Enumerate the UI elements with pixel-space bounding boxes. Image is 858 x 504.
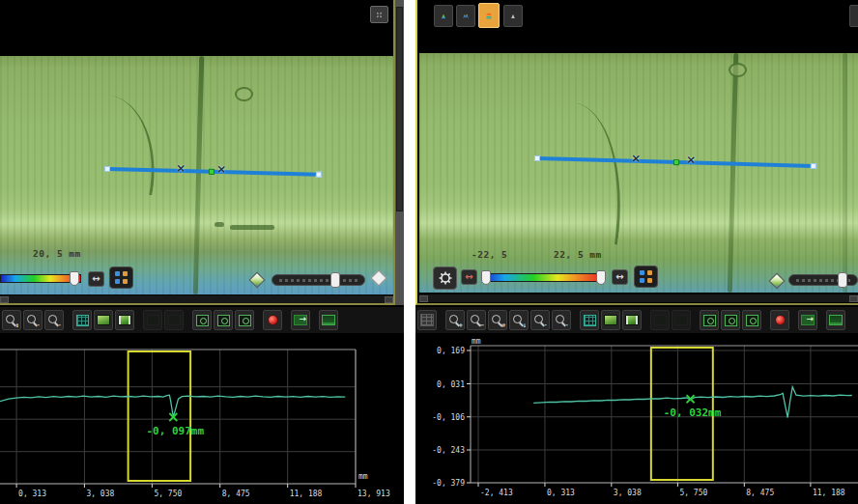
zoom-in-point-icon-glyph — [27, 315, 36, 323]
measure-x-marker[interactable] — [176, 161, 186, 175]
profile-tool-icon[interactable] — [143, 310, 162, 330]
horizontal-scrollbar[interactable] — [419, 294, 858, 302]
image-view-icon[interactable] — [94, 310, 113, 330]
zoom-in-icon-glyph — [449, 315, 458, 323]
capture-screen-icon-glyph — [322, 315, 335, 325]
position-slider-handle[interactable] — [330, 272, 340, 288]
surface-3d-view-icon[interactable] — [434, 5, 453, 27]
zoom-out-icon[interactable]: − — [467, 310, 486, 330]
line-endpoint[interactable] — [534, 155, 540, 161]
layer-compare-icon[interactable] — [478, 3, 500, 28]
measure-x-marker[interactable] — [631, 152, 641, 165]
svg-text:-0, 032mm: -0, 032mm — [664, 406, 722, 419]
zoom-reset-icon[interactable] — [235, 310, 254, 330]
zoom-region-icon[interactable] — [192, 310, 212, 330]
zoom-down-icon[interactable]: ↓ — [509, 310, 529, 330]
export-image-icon[interactable] — [291, 310, 310, 330]
colorbar-handle-max[interactable] — [596, 270, 606, 285]
zoom-in-point-icon[interactable]: · — [23, 310, 43, 330]
gear-icon[interactable] — [433, 266, 457, 290]
zoom-out-point-icon[interactable]: · — [44, 310, 64, 330]
mag-modifier: · — [37, 322, 41, 329]
profile-tool-icon[interactable] — [650, 310, 670, 330]
line-endpoint[interactable] — [104, 166, 110, 172]
svg-text:0, 313: 0, 313 — [18, 490, 46, 498]
diamond-indicator-icon[interactable] — [769, 273, 786, 290]
panel-right: -22, 5 22, 5 mm — [415, 0, 858, 504]
surface-seam — [843, 53, 847, 293]
colorbar[interactable] — [482, 273, 604, 282]
range-min-label: -22, 5 — [472, 249, 507, 260]
zoom-pan-icon[interactable]: ⇄ — [488, 310, 507, 330]
capture-screen-icon[interactable] — [319, 310, 338, 330]
colorbar[interactable] — [0, 274, 81, 283]
image-fit-icon[interactable] — [115, 310, 134, 330]
zoom-reset-icon[interactable] — [742, 310, 761, 330]
image-fit-icon[interactable] — [622, 310, 642, 330]
display-dots-button[interactable] — [634, 266, 658, 288]
position-slider[interactable] — [788, 274, 858, 286]
vertical-scrollbar[interactable] — [395, 0, 404, 305]
zoom-in-point-icon[interactable]: · — [530, 310, 550, 330]
clipped-toolbar-button[interactable] — [849, 5, 858, 27]
position-slider-handle[interactable] — [838, 272, 847, 288]
measure-x-marker[interactable] — [216, 162, 226, 176]
svg-text:mm: mm — [358, 472, 368, 481]
mag-modifier: · — [58, 322, 62, 329]
layers-icon — [485, 8, 493, 23]
measure-x-marker[interactable] — [686, 153, 696, 166]
area-tool-icon-glyph — [168, 315, 181, 325]
surface-smudge — [230, 225, 274, 230]
position-slider[interactable] — [272, 274, 365, 286]
profile-chart-left[interactable]: -0, 097mm0, 3133, 0385, 7508, 47511, 188… — [0, 338, 404, 504]
display-mode-icon[interactable] — [417, 310, 437, 330]
diamond-indicator-icon[interactable] — [249, 272, 266, 289]
profile-graph-icon[interactable] — [456, 5, 475, 27]
colorbar-handle-min[interactable] — [481, 270, 491, 285]
colorbar-handle[interactable] — [70, 271, 79, 286]
dot-blue — [640, 270, 644, 275]
zoom-out-icon-glyph — [471, 315, 479, 323]
horizontal-scrollbar[interactable] — [0, 294, 393, 303]
peak-shape-icon[interactable] — [503, 5, 523, 27]
zoom-in-icon[interactable]: + — [445, 310, 465, 330]
viewer-left: 20, 5 mm — [0, 0, 395, 305]
area-tool-icon[interactable] — [672, 310, 691, 330]
surface-blemish — [729, 63, 747, 77]
svg-text:mm: mm — [472, 338, 481, 346]
diamond-indicator-icon[interactable] — [371, 270, 387, 287]
zoom-region-icon[interactable] — [700, 310, 719, 330]
area-tool-icon[interactable] — [164, 310, 184, 330]
zoom-pan-icon[interactable]: ↕ — [2, 310, 21, 330]
measure-grid-icon[interactable] — [72, 310, 92, 330]
measure-grid-icon[interactable] — [580, 310, 599, 330]
fit-colorbar-button[interactable] — [612, 269, 628, 285]
record-icon[interactable] — [770, 310, 789, 330]
scrollbar-thumb[interactable] — [396, 7, 403, 211]
measure-center-point[interactable] — [673, 159, 679, 165]
svg-text:13, 913: 13, 913 — [358, 490, 390, 498]
line-endpoint[interactable] — [316, 172, 322, 178]
capture-screen-icon-glyph — [829, 315, 843, 325]
zoom-out-point-icon[interactable]: · — [552, 310, 571, 330]
display-dots-button[interactable] — [109, 266, 133, 289]
measure-center-point[interactable] — [209, 169, 214, 175]
line-endpoint[interactable] — [811, 163, 816, 169]
colorbar-reset-button[interactable] — [461, 269, 477, 285]
profile-tool-icon-glyph — [147, 315, 159, 325]
record-icon[interactable] — [263, 310, 282, 330]
scan-image-right[interactable]: -22, 5 22, 5 mm — [419, 53, 858, 293]
capture-screen-icon[interactable] — [826, 310, 845, 330]
export-image-icon-glyph — [801, 315, 815, 325]
expand-icon[interactable] — [370, 6, 388, 23]
fit-colorbar-button[interactable] — [88, 271, 104, 287]
zoom-in-point-icon-glyph — [534, 315, 543, 323]
zoom-fit-icon[interactable] — [721, 310, 740, 330]
scan-image-left[interactable]: 20, 5 mm — [0, 56, 393, 294]
image-view-icon[interactable] — [601, 310, 620, 330]
zoom-fit-icon[interactable] — [214, 310, 233, 330]
export-image-icon[interactable] — [798, 310, 817, 330]
expand-arrows-icon — [377, 9, 382, 21]
svg-text:3, 038: 3, 038 — [86, 490, 114, 498]
profile-chart-right[interactable]: -0, 032mm-2, 4130, 3133, 0385, 7508, 475… — [415, 338, 858, 504]
